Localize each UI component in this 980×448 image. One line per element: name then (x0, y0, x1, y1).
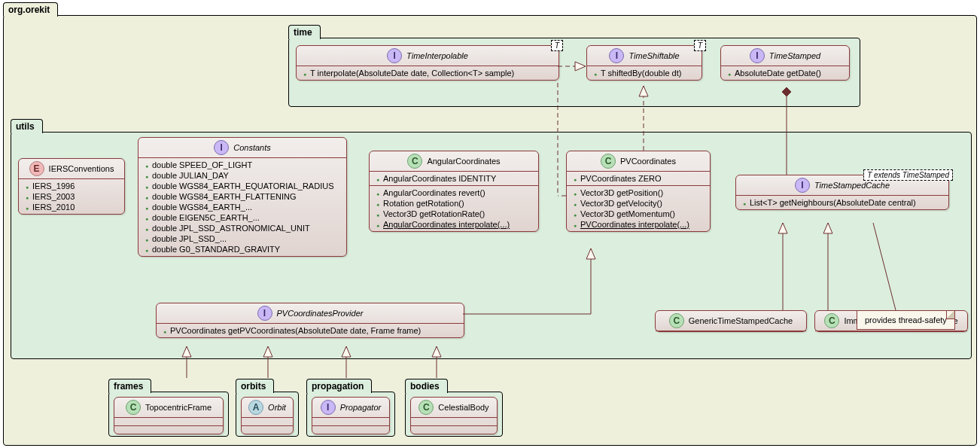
interface-timeshiftable: T ITimeShiftable T shiftedBy(double dt) (586, 45, 702, 81)
type-parameter: T extends TimeStamped (863, 169, 953, 181)
note-thread-safety: provides thread-safety (857, 310, 955, 330)
interface-icon: I (321, 400, 336, 415)
package-label: org.orekit (3, 2, 58, 17)
method: AngularCoordinates interpolate(...) (374, 219, 534, 230)
enum-value: IERS_2003 (23, 191, 120, 202)
field: double JPL_SSD_... (143, 233, 342, 244)
abstract-icon: A (248, 400, 263, 415)
field: double JPL_SSD_ASTRONOMICAL_UNIT (143, 223, 342, 233)
field: double WGS84_EARTH_... (143, 202, 342, 212)
interface-pvcoordinatesprovider: IPVCoordinatesProvider PVCoordinates get… (156, 303, 464, 338)
interface-icon: I (387, 48, 402, 63)
field: AngularCoordinates IDENTITY (374, 173, 534, 184)
enum-value: IERS_2010 (23, 202, 120, 212)
method: AngularCoordinates revert() (374, 187, 534, 198)
package-label: propagation (306, 379, 372, 393)
field: double JULIAN_DAY (143, 170, 342, 181)
interface-icon: I (609, 48, 624, 63)
method: T interpolate(AbsoluteDate date, Collect… (301, 68, 554, 78)
package-label: time (288, 25, 321, 39)
interface-icon: I (257, 306, 272, 321)
interface-constants: IConstants double SPEED_OF_LIGHT double … (138, 137, 347, 257)
field: double EIGEN5C_EARTH_... (143, 212, 342, 223)
interface-icon: I (214, 140, 229, 155)
interface-icon: I (795, 178, 810, 193)
class-topocentricframe: CTopocentricFrame (114, 397, 224, 434)
package-label: bodies (405, 379, 448, 393)
class-icon: C (601, 154, 616, 169)
class-icon: C (824, 313, 839, 328)
method: List<T> getNeighbours(AbsoluteDate centr… (741, 197, 944, 208)
method: AbsoluteDate getDate() (726, 68, 845, 78)
interface-celestialbody: CCelestialBody (410, 397, 498, 434)
field: double WGS84_EARTH_FLATTENING (143, 191, 342, 202)
method: PVCoordinates getPVCoordinates(AbsoluteD… (161, 325, 459, 336)
interface-timeinterpolable: T ITimeInterpolable T interpolate(Absolu… (296, 45, 559, 81)
interface-timestampedcache: T extends TimeStamped ITimeStampedCache … (735, 175, 949, 210)
class-orbit: AOrbit (241, 397, 294, 434)
method: Vector3D getMomentum() (571, 209, 705, 219)
enum-iersconventions: EIERSConventions IERS_1996 IERS_2003 IER… (18, 158, 125, 215)
package-label: orbits (236, 379, 274, 393)
enum-value: IERS_1996 (23, 181, 120, 191)
field: PVCoordinates ZERO (571, 173, 705, 184)
type-parameter: T (694, 40, 706, 51)
method: PVCoordinates interpolate(...) (571, 219, 705, 230)
method: Vector3D getRotationRate() (374, 209, 534, 219)
field: double G0_STANDARD_GRAVITY (143, 244, 342, 254)
class-icon: C (418, 400, 434, 415)
class-icon: C (407, 154, 422, 169)
method: Vector3D getPosition() (571, 187, 705, 198)
type-parameter: T (551, 40, 563, 51)
enum-icon: E (29, 161, 44, 176)
class-pvcoordinates: CPVCoordinates PVCoordinates ZERO Vector… (566, 151, 711, 232)
interface-propagator: IPropagator (312, 397, 390, 434)
method: T shiftedBy(double dt) (592, 68, 697, 78)
field: double WGS84_EARTH_EQUATORIAL_RADIUS (143, 181, 342, 191)
field: double SPEED_OF_LIGHT (143, 160, 342, 170)
package-label: frames (108, 379, 151, 393)
class-angularcoordinates: CAngularCoordinates AngularCoordinates I… (369, 151, 539, 232)
interface-icon: I (750, 48, 765, 63)
package-label: utils (11, 119, 43, 133)
class-generictimestampedcache: CGenericTimeStampedCache (655, 310, 807, 332)
class-icon: C (669, 313, 684, 328)
method: Rotation getRotation() (374, 198, 534, 209)
method: Vector3D getVelocity() (571, 198, 705, 209)
class-icon: C (126, 400, 141, 415)
interface-timestamped: ITimeStamped AbsoluteDate getDate() (720, 45, 850, 81)
